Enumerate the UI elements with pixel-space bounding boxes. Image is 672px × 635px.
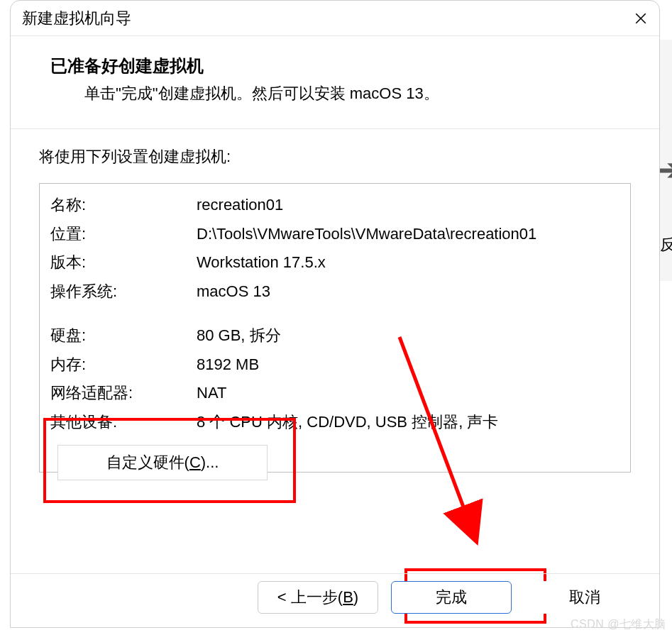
- dialog-title: 新建虚拟机向导: [22, 8, 131, 29]
- header-subtext: 单击"完成"创建虚拟机。然后可以安装 macOS 13。: [50, 83, 648, 104]
- table-row: 硬盘: 80 GB, 拆分: [50, 321, 620, 350]
- button-bar: < 上一步(B) 完成 取消: [11, 573, 659, 620]
- bg-text-glyph: 反: [660, 234, 672, 255]
- summary-label: 操作系统:: [50, 277, 196, 307]
- content-section: 将使用下列设置创建虚拟机: 名称: recreation01 位置: D:\To…: [11, 129, 659, 473]
- watermark: CSDN @七维大脑: [571, 617, 666, 632]
- summary-value: NAT: [196, 379, 620, 408]
- header-heading: 已准备好创建虚拟机: [50, 55, 648, 77]
- back-label-post: ): [353, 588, 358, 607]
- summary-value: 8 个 CPU 内核, CD/DVD, USB 控制器, 声卡: [196, 408, 620, 437]
- summary-label: 硬盘:: [50, 321, 196, 350]
- wizard-dialog: 新建虚拟机向导 已准备好创建虚拟机 单击"完成"创建虚拟机。然后可以安装 mac…: [10, 0, 660, 628]
- customize-hardware-label-post: )...: [201, 453, 219, 472]
- finish-label: 完成: [436, 587, 467, 608]
- customize-hardware-label-pre: 自定义硬件(: [106, 452, 189, 473]
- close-icon: [634, 12, 647, 25]
- cancel-label: 取消: [569, 587, 600, 608]
- header-section: 已准备好创建虚拟机 单击"完成"创建虚拟机。然后可以安装 macOS 13。: [11, 36, 659, 129]
- summary-box: 名称: recreation01 位置: D:\Tools\VMwareTool…: [39, 183, 631, 473]
- summary-value: Workstation 17.5.x: [196, 248, 620, 277]
- summary-label: 版本:: [50, 248, 196, 277]
- summary-value: macOS 13: [196, 277, 620, 307]
- background-window-strip: ➔ 反: [659, 40, 672, 281]
- cancel-button[interactable]: 取消: [524, 581, 645, 614]
- summary-label: 位置:: [50, 220, 196, 249]
- summary-label: 网络适配器:: [50, 379, 196, 408]
- summary-intro: 将使用下列设置创建虚拟机:: [39, 146, 631, 167]
- table-row: 内存: 8192 MB: [50, 350, 620, 380]
- table-row: 操作系统: macOS 13: [50, 277, 620, 307]
- back-button[interactable]: < 上一步(B): [258, 581, 378, 614]
- table-row: 版本: Workstation 17.5.x: [50, 248, 620, 277]
- finish-button[interactable]: 完成: [391, 581, 512, 614]
- summary-value: recreation01: [196, 191, 620, 220]
- summary-value: D:\Tools\VMwareTools\VMwareData\recreati…: [196, 220, 620, 249]
- table-row: 名称: recreation01: [50, 191, 620, 220]
- back-hotkey: B: [343, 588, 353, 607]
- summary-label: 名称:: [50, 191, 196, 220]
- summary-label: 内存:: [50, 350, 196, 380]
- summary-value: 8192 MB: [196, 350, 620, 380]
- summary-table: 名称: recreation01 位置: D:\Tools\VMwareTool…: [50, 191, 620, 436]
- table-gap: [50, 306, 620, 321]
- customize-hardware-hotkey: C: [189, 453, 201, 472]
- table-row: 位置: D:\Tools\VMwareTools\VMwareData\recr…: [50, 220, 620, 249]
- customize-hardware-button[interactable]: 自定义硬件(C)...: [57, 445, 268, 480]
- summary-value: 80 GB, 拆分: [196, 321, 620, 350]
- summary-label: 其他设备:: [50, 408, 196, 437]
- table-row: 网络适配器: NAT: [50, 379, 620, 408]
- back-label-pre: < 上一步(: [277, 587, 343, 608]
- table-row: 其他设备: 8 个 CPU 内核, CD/DVD, USB 控制器, 声卡: [50, 408, 620, 437]
- close-button[interactable]: [631, 9, 651, 28]
- titlebar: 新建虚拟机向导: [11, 1, 659, 36]
